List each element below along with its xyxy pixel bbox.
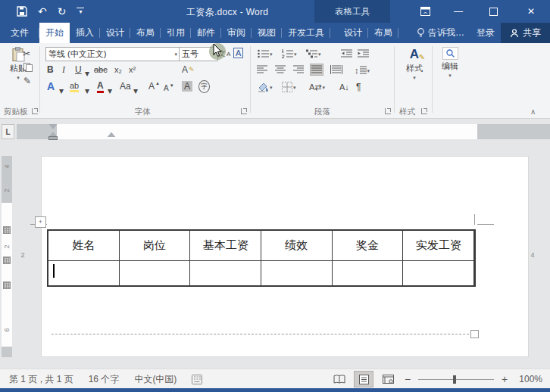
table-move-handle[interactable]: + (35, 216, 46, 228)
tell-me-button[interactable]: 告诉我… (411, 23, 470, 43)
table-header-cell[interactable]: 基本工资 (190, 231, 261, 261)
decrease-indent-button[interactable] (341, 48, 352, 60)
styles-dialog-launcher[interactable] (421, 108, 427, 114)
ribbon-tab[interactable]: 审阅 (221, 23, 252, 43)
dashed-divider-line[interactable] (52, 334, 473, 334)
maximize-button[interactable] (480, 0, 506, 23)
font-name-combo[interactable]: 等线 (中文正文)▾ (45, 47, 180, 61)
ribbon-tab[interactable]: 开发工具 (282, 23, 330, 43)
minimize-button[interactable]: — (445, 0, 471, 23)
web-layout-button[interactable] (379, 372, 397, 387)
ribbon-tab[interactable]: 引用 (161, 23, 191, 43)
justify-button[interactable] (311, 64, 323, 75)
asian-layout-button[interactable]: A⇄ ▾ (309, 81, 325, 93)
table-cell[interactable] (333, 261, 404, 285)
styles-button[interactable]: A✎ 样式 ▾ (400, 47, 429, 80)
align-right-button[interactable] (292, 64, 305, 75)
zoom-level[interactable]: 100% (515, 374, 542, 384)
superscript-button[interactable]: x² (129, 64, 136, 76)
multilevel-list-button[interactable]: ▾ (306, 48, 321, 60)
underline-dropdown-icon[interactable]: ▾ (85, 67, 89, 79)
enclose-characters-button[interactable]: 字 (198, 80, 210, 92)
underline-button[interactable]: U (75, 64, 82, 76)
input-mode-icon[interactable] (192, 375, 202, 384)
table-header-cell[interactable]: 绩效 (261, 231, 333, 261)
borders-button[interactable]: ▾ (282, 81, 296, 93)
increase-indent-button[interactable] (358, 48, 369, 60)
zoom-slider-thumb[interactable] (453, 375, 456, 384)
page-indicator[interactable]: 第 1 页 , 共 1 页 (9, 373, 73, 386)
print-layout-button[interactable] (355, 372, 373, 387)
zoom-slider[interactable] (418, 379, 494, 380)
ribbon-tab[interactable]: 布局 (130, 23, 161, 43)
paragraph-dialog-launcher[interactable] (385, 108, 391, 114)
clear-formatting-button[interactable]: A✎ (182, 64, 195, 76)
table-row-marker[interactable] (3, 282, 11, 289)
table-cell[interactable] (120, 261, 191, 285)
undo-icon[interactable]: ↶ (38, 6, 47, 17)
align-left-button[interactable] (256, 64, 268, 75)
editing-button[interactable]: 编辑 ▾ (436, 47, 464, 78)
first-line-indent-marker[interactable] (49, 124, 57, 129)
contextual-tab[interactable]: 布局 (368, 23, 398, 43)
line-resize-handle[interactable] (470, 330, 479, 338)
save-icon[interactable] (17, 6, 27, 17)
table-cell[interactable] (48, 261, 120, 285)
clipboard-dialog-launcher[interactable] (32, 108, 38, 114)
zoom-out-button[interactable]: − (403, 373, 412, 385)
word-count[interactable]: 16 个字 (89, 373, 120, 386)
redo-icon[interactable]: ↻ (58, 6, 67, 17)
contextual-tab[interactable]: 设计 (338, 23, 368, 43)
sort-button[interactable]: A↓ (339, 81, 349, 93)
table-cell[interactable] (190, 261, 261, 285)
text-effects-dropdown-icon[interactable]: ▾ (59, 85, 64, 97)
highlight-color-button[interactable]: ab (70, 80, 79, 92)
italic-button[interactable]: I (62, 64, 65, 76)
table-row-marker[interactable] (3, 257, 11, 264)
highlight-dropdown-icon[interactable]: ▾ (85, 85, 89, 97)
collapse-ribbon-button[interactable]: ∧ (530, 105, 536, 117)
table-cell[interactable] (261, 261, 333, 285)
ribbon-tab[interactable]: 设计 (100, 23, 130, 43)
line-spacing-button[interactable]: ↕ ▾ (355, 64, 370, 76)
font-dialog-launcher[interactable] (241, 108, 247, 114)
sign-in-button[interactable]: 登录 (470, 23, 501, 43)
share-button[interactable]: 共享 (501, 23, 550, 43)
right-indent-marker[interactable] (108, 132, 115, 137)
table-header-cell[interactable]: 岗位 (120, 231, 191, 261)
cut-button[interactable]: ✂ (23, 48, 30, 60)
table-header-cell[interactable]: 奖金 (333, 231, 404, 261)
character-shading-button[interactable]: A (182, 80, 192, 92)
table-cell[interactable] (403, 261, 474, 285)
language-indicator[interactable]: 中文(中国) (134, 373, 177, 386)
text-effects-button[interactable]: A (47, 80, 55, 92)
font-color-dropdown-icon[interactable]: ▾ (108, 85, 112, 97)
change-case-button[interactable]: Aa (120, 80, 131, 92)
table-header-cell[interactable]: 姓名 (48, 231, 120, 261)
bullet-list-button[interactable]: ▾ (258, 48, 273, 60)
align-center-button[interactable] (274, 64, 286, 75)
bold-button[interactable]: B (47, 64, 54, 76)
left-indent-marker[interactable] (49, 137, 57, 139)
ribbon-tab[interactable]: 插入 (70, 23, 100, 43)
numbered-list-button[interactable]: ▾ (282, 48, 297, 60)
change-case-dropdown-icon[interactable]: ▾ (133, 85, 138, 97)
table-header-cell[interactable]: 实发工资 (403, 231, 474, 261)
table-row-marker[interactable] (3, 226, 11, 234)
ribbon-display-options-button[interactable] (412, 0, 438, 23)
ribbon-tab[interactable]: 开始 (39, 23, 70, 43)
ribbon-tab[interactable]: 视图 (252, 23, 282, 43)
format-painter-button[interactable]: ✎ (23, 75, 31, 87)
copy-button[interactable] (23, 61, 33, 73)
shading-button[interactable]: ▾ (258, 81, 273, 93)
character-border-button[interactable]: A (233, 47, 243, 59)
zoom-in-button[interactable]: + (500, 373, 509, 385)
shrink-font-button[interactable]: A▼ (164, 82, 174, 94)
strikethrough-button[interactable]: abc (94, 64, 108, 76)
close-button[interactable]: ✕ (518, 0, 544, 23)
show-marks-button[interactable]: ¶ (356, 81, 361, 93)
distribute-button[interactable] (330, 64, 342, 75)
read-mode-button[interactable] (330, 372, 348, 387)
customize-quick-access-icon[interactable]: ▾ (77, 8, 84, 15)
grow-font-button[interactable]: A▲ (148, 80, 160, 92)
